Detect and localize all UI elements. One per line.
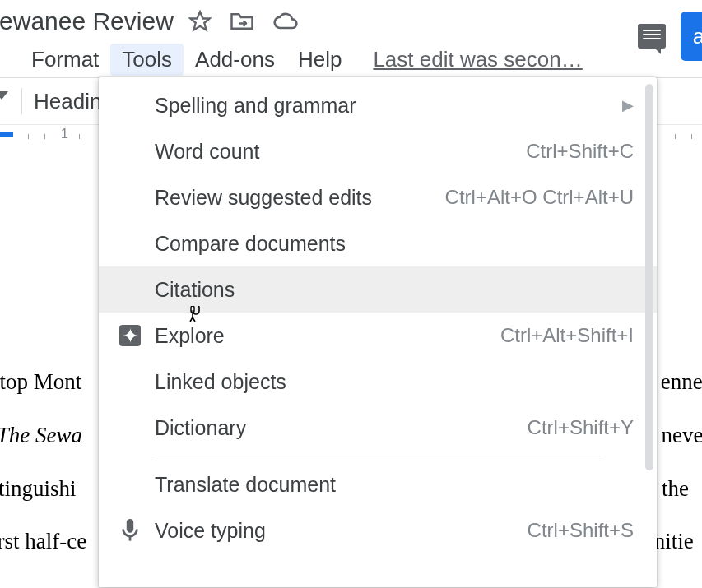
menu-label: Citations xyxy=(155,278,235,302)
dropdown-scrollbar[interactable] xyxy=(645,84,653,577)
menu-tools[interactable]: Tools xyxy=(110,44,184,76)
star-icon[interactable] xyxy=(188,10,212,33)
paragraph-style-dropdown[interactable]: Headin xyxy=(34,89,101,114)
menu-label: Review suggested edits xyxy=(155,186,372,210)
menu-label: Linked objects xyxy=(155,370,286,394)
title-icons xyxy=(188,10,299,33)
menu-addons[interactable]: Add-ons xyxy=(184,44,286,76)
menu-citations[interactable]: Citations xyxy=(99,266,657,313)
microphone-icon xyxy=(119,519,142,542)
menu-label: Translate document xyxy=(155,473,336,497)
menu-format[interactable]: Format xyxy=(20,44,110,76)
move-folder-icon[interactable] xyxy=(230,11,254,32)
ruler-number: 1 xyxy=(61,127,68,141)
menu-explore[interactable]: ✦ Explore Ctrl+Alt+Shift+I xyxy=(99,313,657,359)
tools-dropdown: Spelling and grammar ▶ Word count Ctrl+S… xyxy=(99,77,657,587)
menu-word-count[interactable]: Word count Ctrl+Shift+C xyxy=(99,128,657,174)
menu-help[interactable]: Help xyxy=(286,44,353,76)
menu-label: Voice typing xyxy=(155,519,266,543)
toolbar-separator xyxy=(21,88,22,114)
share-icon: a xyxy=(693,24,702,49)
menu-label: Explore xyxy=(155,324,225,348)
doc-text: Atop Mont xyxy=(0,369,81,394)
share-button[interactable]: a xyxy=(681,12,702,61)
doc-text: nitie xyxy=(654,529,694,553)
menu-label: Dictionary xyxy=(155,416,246,440)
doc-text: istinguishi xyxy=(0,476,77,501)
doc-text: neve xyxy=(662,423,703,447)
svg-rect-1 xyxy=(127,519,133,533)
comments-icon[interactable] xyxy=(638,24,666,49)
last-edit-link[interactable]: Last edit was secon… xyxy=(373,47,582,72)
menu-spelling-grammar[interactable]: Spelling and grammar ▶ xyxy=(99,82,657,128)
doc-text-italic: The Sewa xyxy=(0,423,82,447)
doc-text: the xyxy=(662,476,689,501)
menu-voice-typing[interactable]: Voice typing Ctrl+Shift+S xyxy=(99,507,657,553)
doc-text: first half-ce xyxy=(0,529,86,553)
menu-label: Word count xyxy=(155,140,259,164)
menu-label: Compare documents xyxy=(155,232,346,256)
menu-review-suggested[interactable]: Review suggested edits Ctrl+Alt+O Ctrl+A… xyxy=(99,174,657,220)
explore-icon: ✦ xyxy=(119,324,142,347)
doc-text: enne xyxy=(661,369,702,394)
menu-linked-objects[interactable]: Linked objects xyxy=(99,359,657,405)
menu-dictionary[interactable]: Dictionary Ctrl+Shift+Y xyxy=(99,405,657,451)
title-row: e Sewanee Review xyxy=(0,0,702,41)
menu-shortcut: Ctrl+Shift+S xyxy=(528,519,634,542)
menu-compare-documents[interactable]: Compare documents xyxy=(99,220,657,266)
ruler-indent-marker[interactable] xyxy=(0,132,13,137)
menu-translate-document[interactable]: Translate document xyxy=(99,461,657,507)
cloud-status-icon[interactable] xyxy=(272,12,299,31)
scrollbar-thumb[interactable] xyxy=(645,84,653,470)
menu-shortcut: Ctrl+Shift+Y xyxy=(528,416,634,439)
menu-label: Spelling and grammar xyxy=(155,94,356,118)
menu-shortcut: Ctrl+Alt+Shift+I xyxy=(500,324,634,347)
header-right: a xyxy=(638,0,702,61)
submenu-arrow-icon: ▶ xyxy=(622,96,634,114)
chevron-down-icon[interactable] xyxy=(0,91,8,100)
svg-marker-0 xyxy=(190,12,209,30)
menu-divider xyxy=(155,456,601,456)
document-title[interactable]: e Sewanee Review xyxy=(0,7,174,35)
menu-shortcut: Ctrl+Shift+C xyxy=(526,140,634,163)
menu-shortcut: Ctrl+Alt+O Ctrl+Alt+U xyxy=(445,186,634,209)
menu-bar: Format Tools Add-ons Help Last edit was … xyxy=(0,41,702,77)
